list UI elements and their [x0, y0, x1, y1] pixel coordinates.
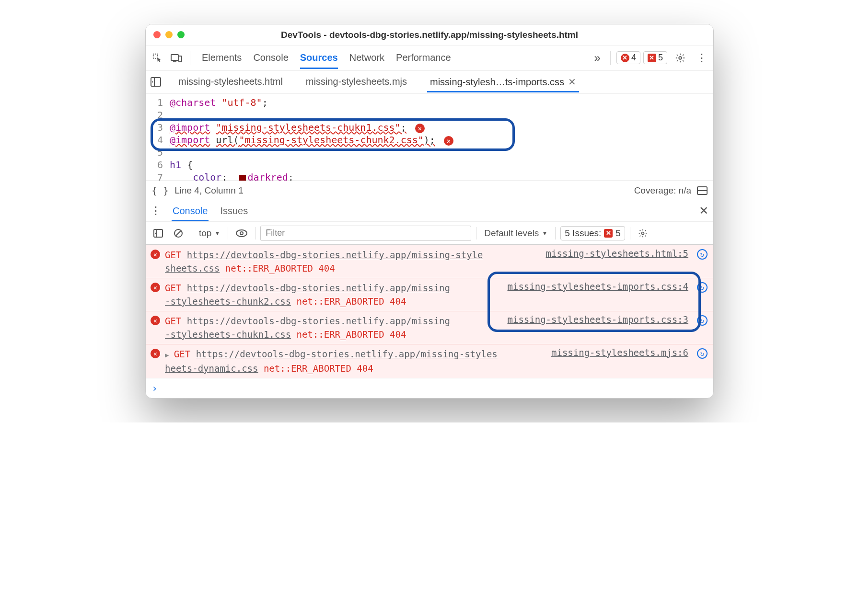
settings-icon[interactable] [675, 53, 690, 63]
code-editor[interactable]: 1@charset "utf-8";23@import "missing-sty… [146, 93, 713, 181]
file-tab[interactable]: missing-stylesheets.html [175, 71, 286, 92]
source-link[interactable]: missing-stylesheets.mjs:6 [551, 347, 688, 358]
close-tab-icon[interactable]: ✕ [568, 77, 576, 87]
panel-tabs: ElementsConsoleSourcesNetworkPerformance [196, 46, 587, 69]
device-toggle-icon[interactable] [169, 50, 184, 66]
console-prompt[interactable]: › [146, 378, 713, 398]
code-line: 6h1 { [146, 159, 713, 171]
error-text: GET https://devtools-dbg-stories.netlify… [165, 281, 497, 308]
replay-xhr-icon[interactable]: ↻ [697, 348, 708, 359]
error-text: ▶ GET https://devtools-dbg-stories.netli… [165, 347, 541, 375]
log-levels-selector[interactable]: Default levels ▼ [481, 228, 550, 239]
code-line: 5 [146, 146, 713, 159]
tab-performance[interactable]: Performance [396, 46, 451, 69]
replay-xhr-icon[interactable]: ↻ [697, 249, 708, 260]
pretty-print-icon[interactable]: { } [151, 185, 169, 196]
svg-line-12 [176, 231, 181, 236]
tab-elements[interactable]: Elements [202, 46, 242, 69]
error-text: GET https://devtools-dbg-stories.netlify… [165, 248, 535, 275]
error-icon: ✕ [151, 349, 160, 358]
editor-statusbar: { } Line 4, Column 1 Coverage: n/a [146, 181, 713, 200]
more-tabs-icon[interactable]: » [591, 51, 604, 65]
code-line: 4@import url("missing-stylesheets-chunk2… [146, 134, 713, 146]
console-error[interactable]: ✕GET https://devtools-dbg-stories.netlif… [146, 245, 713, 278]
drawer-tabs: ⋮ ConsoleIssues ✕ [146, 200, 713, 222]
console-error[interactable]: ✕▶ GET https://devtools-dbg-stories.netl… [146, 344, 713, 378]
navigator-toggle-icon[interactable] [151, 77, 164, 87]
code-line: 7 color: darkred; [146, 171, 713, 181]
console-error[interactable]: ✕GET https://devtools-dbg-stories.netlif… [146, 278, 713, 311]
svg-point-4 [679, 57, 682, 59]
main-toolbar: ElementsConsoleSourcesNetworkPerformance… [146, 46, 713, 70]
issues-button[interactable]: 5 Issues: ✕ 5 [560, 226, 625, 240]
filter-input[interactable] [260, 226, 471, 241]
sidebar-toggle-icon[interactable] [151, 229, 166, 238]
svg-rect-0 [153, 54, 158, 58]
source-link[interactable]: missing-stylesheets-imports.css:4 [508, 281, 689, 292]
devtools-window: DevTools - devtools-dbg-stories.netlify.… [145, 24, 714, 399]
tab-sources[interactable]: Sources [300, 46, 338, 69]
code-line: 1@charset "utf-8"; [146, 96, 713, 109]
svg-rect-1 [171, 55, 178, 60]
error-icon: ✕ [151, 250, 160, 259]
code-line: 2 [146, 109, 713, 121]
sidebar-toggle-icon[interactable] [697, 186, 708, 195]
error-badge[interactable]: ✕4 [616, 51, 640, 64]
titlebar: DevTools - devtools-dbg-stories.netlify.… [146, 24, 713, 46]
replay-xhr-icon[interactable]: ↻ [697, 315, 708, 326]
console-settings-icon[interactable] [635, 228, 650, 238]
issue-badge[interactable]: ✕5 [643, 51, 667, 64]
console-toolbar: top ▼ Default levels ▼ 5 Issues: ✕ 5 [146, 222, 713, 245]
drawer-menu-icon[interactable]: ⋮ [151, 205, 161, 217]
file-tabs: missing-stylesheets.htmlmissing-styleshe… [146, 70, 713, 93]
file-tab[interactable]: missing-stylesh…ts-imports.css✕ [427, 71, 579, 92]
svg-point-15 [641, 232, 644, 234]
svg-rect-3 [179, 56, 182, 62]
file-tab[interactable]: missing-stylesheets.mjs [303, 71, 410, 92]
tab-console[interactable]: Console [253, 46, 288, 69]
error-icon: ✕ [151, 283, 160, 292]
clear-console-icon[interactable] [171, 228, 186, 238]
context-selector[interactable]: top ▼ [196, 228, 223, 239]
drawer-tab-console[interactable]: Console [172, 201, 209, 221]
replay-xhr-icon[interactable]: ↻ [697, 282, 708, 293]
cursor-position: Line 4, Column 1 [174, 185, 244, 196]
coverage-label: Coverage: n/a [634, 185, 691, 196]
drawer-tab-issues[interactable]: Issues [219, 201, 249, 221]
close-drawer-icon[interactable]: ✕ [699, 204, 708, 217]
svg-point-14 [240, 232, 243, 235]
svg-point-13 [236, 230, 247, 237]
code-line: 3@import "missing-stylesheets-chukn1.css… [146, 121, 713, 134]
source-link[interactable]: missing-stylesheets.html:5 [546, 248, 688, 259]
error-text: GET https://devtools-dbg-stories.netlify… [165, 314, 497, 341]
source-link[interactable]: missing-stylesheets-imports.css:3 [508, 314, 689, 325]
inspect-icon[interactable] [150, 50, 165, 66]
console-messages: ✕GET https://devtools-dbg-stories.netlif… [146, 245, 713, 378]
window-title: DevTools - devtools-dbg-stories.netlify.… [146, 30, 713, 40]
live-expression-icon[interactable] [233, 229, 250, 237]
error-icon: ✕ [151, 316, 160, 325]
console-error[interactable]: ✕GET https://devtools-dbg-stories.netlif… [146, 311, 713, 344]
tab-network[interactable]: Network [349, 46, 384, 69]
kebab-menu-icon[interactable]: ⋮ [694, 52, 709, 64]
